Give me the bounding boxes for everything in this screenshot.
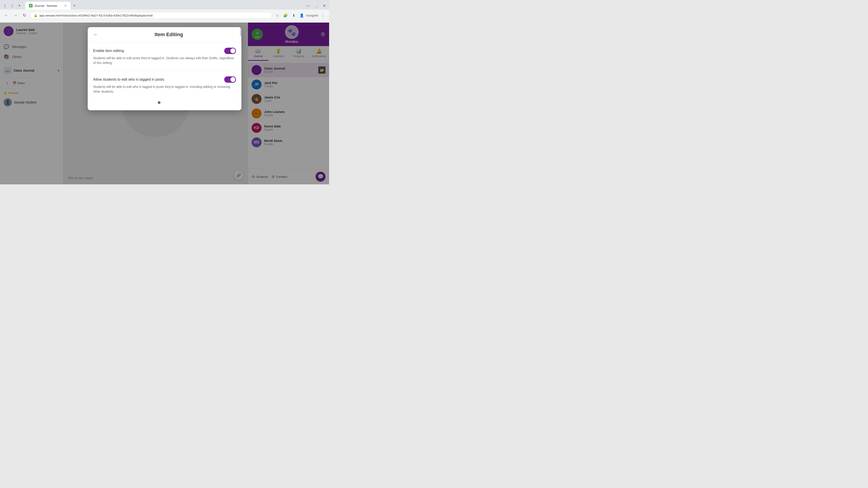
tab-back-btn[interactable]: ⟨ <box>2 2 8 9</box>
modal-body: Enable item editing Students will be abl… <box>88 42 241 110</box>
reload-btn[interactable]: ↻ <box>21 12 28 19</box>
menu-btn[interactable]: ⋮ <box>319 12 327 19</box>
new-tab-btn[interactable]: + <box>71 2 78 9</box>
modal-dialog: ← Item Editing Enable item editing Stude… <box>88 27 241 110</box>
url-display: app.seesaw.me/#/class/class.e01bf4c2-9a2… <box>39 14 268 17</box>
minimize-btn[interactable]: — <box>305 2 311 9</box>
modal-header: ← Item Editing <box>88 27 241 42</box>
setting-label-2: Allow students to edit who is tagged in … <box>93 77 164 82</box>
tab-forward-btn[interactable]: ⟩ <box>9 2 16 9</box>
extensions-btn[interactable]: 🧩 <box>282 12 289 19</box>
window-controls: — ⬜ ✕ <box>305 2 327 9</box>
setting-desc-2: Students will be able to edit who is tag… <box>93 85 236 94</box>
tab-bar: ⟨ ⟩ ▼ S Journal - Seesaw ✕ + — ⬜ ✕ <box>0 0 329 9</box>
setting-row-1: Enable item editing <box>93 48 236 54</box>
back-btn[interactable]: ← <box>3 12 10 19</box>
address-bar: ← → ↻ 🔒 app.seesaw.me/#/class/class.e01b… <box>0 9 329 21</box>
setting-row-2: Allow students to edit who is tagged in … <box>93 76 236 83</box>
incognito-label: Incognito <box>306 14 318 17</box>
close-btn[interactable]: ✕ <box>321 2 327 9</box>
tab-dropdown-btn[interactable]: ▼ <box>16 2 23 9</box>
modal-title: Item Editing <box>102 32 236 37</box>
active-tab[interactable]: S Journal - Seesaw ✕ <box>25 2 70 9</box>
app-container: 👤 Lauren Deli Teacher · 1 Class 💬 Messag… <box>0 23 329 184</box>
address-input-container[interactable]: 🔒 app.seesaw.me/#/class/class.e01bf4c2-9… <box>30 12 272 19</box>
setting-desc-1: Students will be able to edit posts they… <box>93 56 236 65</box>
tab-close-btn[interactable]: ✕ <box>64 4 67 7</box>
maximize-btn[interactable]: ⬜ <box>313 2 319 9</box>
setting-item-1: Enable item editing Students will be abl… <box>93 48 236 71</box>
modal-overlay[interactable]: ← Item Editing Enable item editing Stude… <box>0 23 329 184</box>
allow-edit-tagged-toggle[interactable] <box>224 76 236 83</box>
lock-icon: 🔒 <box>34 13 37 17</box>
tab-title: Journal - Seesaw <box>34 4 57 7</box>
forward-btn[interactable]: → <box>12 12 19 19</box>
bookmark-btn[interactable]: ☆ <box>274 12 281 19</box>
profile-btn[interactable]: 👤 <box>298 12 305 19</box>
enable-editing-toggle[interactable] <box>224 48 236 54</box>
browser-chrome: ⟨ ⟩ ▼ S Journal - Seesaw ✕ + — ⬜ ✕ ← → ↻… <box>0 0 329 23</box>
address-actions: ☆ 🧩 ⬇ 👤 Incognito ⋮ <box>274 12 327 19</box>
modal-back-btn[interactable]: ← <box>93 32 98 37</box>
setting-item-2: Allow students to edit who is tagged in … <box>93 76 236 99</box>
download-btn[interactable]: ⬇ <box>290 12 297 19</box>
scrollbar-thumb <box>240 27 241 36</box>
setting-label-1: Enable item editing <box>93 49 124 53</box>
tab-favicon: S <box>29 4 33 7</box>
modal-scrollbar <box>240 27 241 42</box>
